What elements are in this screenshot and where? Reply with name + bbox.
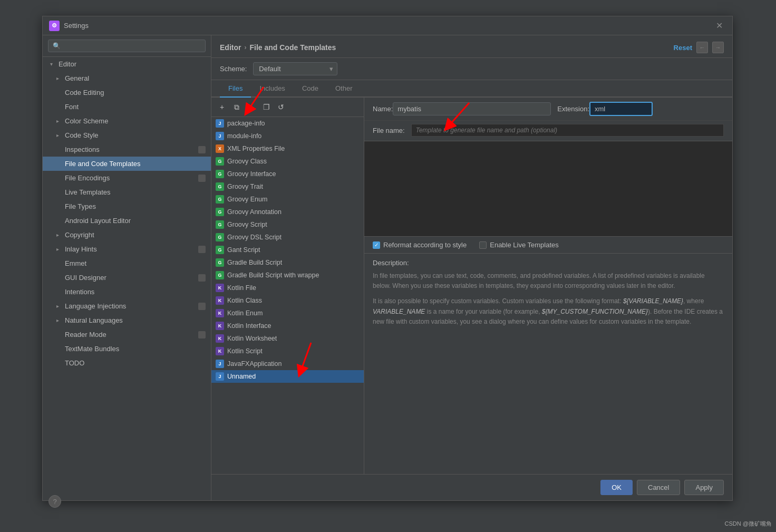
- file-label-kotlin-class: Kotlin Class: [227, 297, 262, 304]
- file-label-kotlin-file: Kotlin File: [227, 284, 256, 292]
- file-item-unnamed[interactable]: JUnnamed: [211, 370, 364, 383]
- sidebar-item-textmate-bundles[interactable]: TextMate Bundles: [43, 342, 211, 356]
- forward-button[interactable]: →: [712, 42, 724, 53]
- settings-window: ⚙ Settings ✕ ▾Editor▸GeneralCode Editing…: [42, 16, 733, 501]
- file-item-kotlin-class[interactable]: KKotlin Class: [211, 294, 364, 307]
- tab-includes[interactable]: Includes: [251, 80, 293, 98]
- add-template-button[interactable]: +: [216, 101, 228, 113]
- file-item-groovy-dsl-script[interactable]: GGroovy DSL Script: [211, 231, 364, 244]
- file-item-kotlin-file[interactable]: KKotlin File: [211, 282, 364, 294]
- file-item-groovy-trait[interactable]: GGroovy Trait: [211, 180, 364, 193]
- app-icon: ⚙: [49, 21, 60, 31]
- file-item-groovy-enum[interactable]: GGroovy Enum: [211, 193, 364, 206]
- sidebar-item-code-style[interactable]: ▸Code Style: [43, 128, 211, 142]
- file-item-gradle-build-script[interactable]: GGradle Build Script: [211, 256, 364, 269]
- sidebar-item-natural-languages[interactable]: ▸Natural Languages: [43, 313, 211, 327]
- tab-files[interactable]: Files: [220, 80, 251, 98]
- file-item-kotlin-enum[interactable]: KKotlin Enum: [211, 307, 364, 320]
- sidebar-item-file-types[interactable]: File Types: [43, 199, 211, 214]
- file-icon-kotlin-file: K: [216, 284, 224, 292]
- sidebar-item-code-editing[interactable]: Code Editing: [43, 85, 211, 100]
- name-input[interactable]: [393, 102, 551, 115]
- file-label-kotlin-worksheet: Kotlin Worksheet: [227, 335, 277, 342]
- apply-button[interactable]: Apply: [684, 480, 724, 495]
- description-area: Description: In file templates, you can …: [364, 254, 732, 474]
- sidebar-item-general[interactable]: ▸General: [43, 71, 211, 85]
- template-editor[interactable]: [364, 141, 732, 236]
- main-header: Editor › File and Code Templates Reset ←…: [211, 35, 732, 58]
- badge-gui-designer: [198, 274, 206, 282]
- badge-file-encodings: [198, 175, 206, 182]
- file-item-groovy-script[interactable]: GGroovy Script: [211, 218, 364, 231]
- file-icon-kotlin-worksheet: K: [216, 334, 224, 343]
- sidebar-item-language-injections[interactable]: ▸Language Injections: [43, 299, 211, 313]
- file-icon-groovy-script: G: [216, 220, 224, 229]
- breadcrumb-parent[interactable]: Editor: [220, 43, 241, 52]
- sidebar-item-editor[interactable]: ▾Editor: [43, 57, 211, 71]
- sidebar-item-intentions[interactable]: Intentions: [43, 285, 211, 299]
- back-button[interactable]: ←: [696, 42, 708, 53]
- file-label-gant-script: Gant Script: [227, 246, 260, 254]
- file-icon-groovy-dsl-script: G: [216, 233, 224, 241]
- close-button[interactable]: ✕: [713, 20, 726, 32]
- file-item-gradle-build-wrapper[interactable]: GGradle Build Script with wrappe: [211, 269, 364, 282]
- search-input[interactable]: [48, 40, 206, 52]
- scheme-select[interactable]: Default Project: [253, 62, 337, 75]
- file-label-xml-properties: XML Properties File: [227, 145, 285, 152]
- tab-code[interactable]: Code: [294, 80, 327, 98]
- filename-input[interactable]: [411, 124, 724, 137]
- help-button[interactable]: ?: [48, 495, 61, 508]
- sidebar-item-inlay-hints[interactable]: ▸Inlay Hints: [43, 242, 211, 256]
- scheme-row: Scheme: Default Project ▾: [211, 58, 732, 80]
- file-item-xml-properties[interactable]: XXML Properties File: [211, 142, 364, 155]
- file-item-module-info[interactable]: Jmodule-info: [211, 130, 364, 142]
- tab-other[interactable]: Other: [327, 80, 361, 98]
- expand-arrow-code-style: ▸: [56, 132, 62, 138]
- file-label-gradle-build-script: Gradle Build Script: [227, 259, 282, 266]
- reset-button[interactable]: Reset: [674, 44, 692, 52]
- sidebar-item-android-layout-editor[interactable]: Android Layout Editor: [43, 214, 211, 228]
- extension-input[interactable]: [589, 102, 653, 116]
- sidebar-item-live-templates[interactable]: Live Templates: [43, 185, 211, 199]
- sidebar-item-gui-designer[interactable]: GUI Designer: [43, 270, 211, 285]
- file-item-kotlin-interface[interactable]: KKotlin Interface: [211, 320, 364, 332]
- remove-template-button[interactable]: −: [245, 101, 258, 113]
- copy-template-button[interactable]: ⧉: [230, 101, 243, 113]
- sidebar-list: ▾Editor▸GeneralCode EditingFont▸Color Sc…: [43, 57, 211, 370]
- sidebar-item-file-encodings[interactable]: File Encodings: [43, 171, 211, 185]
- content-area: ▾Editor▸GeneralCode EditingFont▸Color Sc…: [43, 35, 732, 500]
- live-templates-checkbox[interactable]: [479, 241, 487, 249]
- reset-template-button[interactable]: ↺: [275, 101, 287, 113]
- title-bar: ⚙ Settings ✕: [43, 16, 732, 35]
- sidebar-item-color-scheme[interactable]: ▸Color Scheme: [43, 114, 211, 128]
- live-templates-option: Enable Live Templates: [479, 241, 559, 249]
- file-item-groovy-class[interactable]: GGroovy Class: [211, 155, 364, 168]
- cancel-button[interactable]: Cancel: [637, 480, 680, 495]
- file-item-groovy-interface[interactable]: GGroovy Interface: [211, 168, 364, 180]
- reformat-checkbox[interactable]: ✓: [373, 241, 380, 249]
- breadcrumb-separator: ›: [244, 44, 246, 51]
- file-item-kotlin-script[interactable]: KKotlin Script: [211, 345, 364, 357]
- sidebar-label-general: General: [65, 74, 89, 82]
- ok-button[interactable]: OK: [600, 480, 633, 495]
- sidebar-item-todo[interactable]: TODO: [43, 356, 211, 370]
- sidebar-item-reader-mode[interactable]: Reader Mode: [43, 327, 211, 342]
- sidebar-item-file-and-code-templates[interactable]: File and Code Templates: [43, 157, 211, 171]
- file-item-package-info[interactable]: Jpackage-info: [211, 117, 364, 130]
- search-box: [43, 35, 211, 57]
- file-item-javafx-application[interactable]: JJavaFXApplication: [211, 357, 364, 370]
- duplicate-template-button[interactable]: ❐: [260, 101, 273, 113]
- sidebar-item-font[interactable]: Font: [43, 100, 211, 114]
- expand-arrow-general: ▸: [56, 75, 62, 81]
- file-label-gradle-build-wrapper: Gradle Build Script with wrappe: [227, 272, 319, 279]
- sidebar-label-code-style: Code Style: [65, 131, 99, 139]
- sidebar-item-copyright[interactable]: ▸Copyright: [43, 228, 211, 242]
- options-row: ✓ Reformat according to style Enable Liv…: [364, 236, 732, 254]
- sidebar-item-inspections[interactable]: Inspections: [43, 142, 211, 157]
- file-item-gant-script[interactable]: GGant Script: [211, 244, 364, 256]
- main-content: Editor › File and Code Templates Reset ←…: [211, 35, 732, 500]
- sidebar-item-emmet[interactable]: Emmet: [43, 256, 211, 270]
- file-item-kotlin-worksheet[interactable]: KKotlin Worksheet: [211, 332, 364, 345]
- sidebar-label-file-and-code-templates: File and Code Templates: [65, 160, 141, 168]
- file-item-groovy-annotation[interactable]: GGroovy Annotation: [211, 206, 364, 218]
